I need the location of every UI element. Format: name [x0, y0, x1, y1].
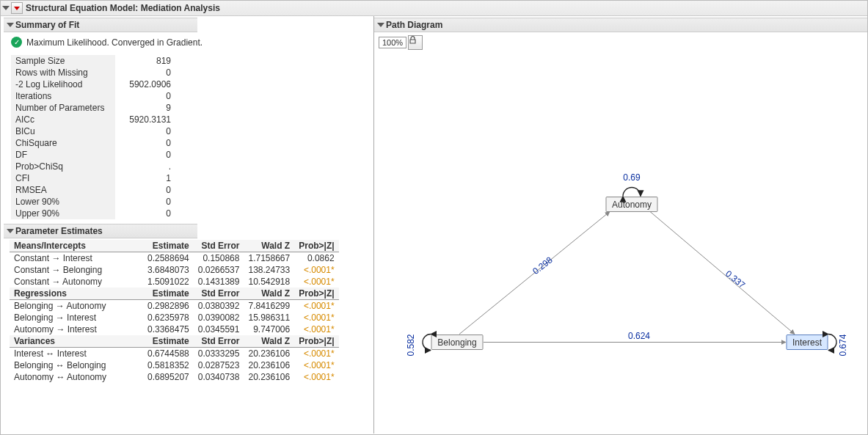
- disclosure-icon: [7, 229, 14, 233]
- param-p: <.0001*: [294, 348, 338, 360]
- svg-text:Autonomy: Autonomy: [612, 200, 652, 210]
- param-est: 1.5091022: [143, 276, 194, 288]
- fit-label: AICc: [11, 114, 115, 125]
- fit-label: Rows with Missing: [11, 67, 115, 78]
- param-se: 0.0390082: [194, 312, 244, 323]
- param-z: 9.747006: [244, 323, 294, 335]
- fit-label: Lower 90%: [11, 196, 115, 208]
- fit-value: 0: [115, 184, 175, 196]
- section-title: Summary of Fit: [15, 20, 79, 30]
- param-row: Interest ↔ Interest0.67445880.033329520.…: [10, 348, 339, 360]
- fit-value: 9: [115, 102, 175, 114]
- report-title-bar[interactable]: Structural Equation Model: Mediation Ana…: [1, 1, 867, 16]
- param-row: Constant → Autonomy1.50910220.143138910.…: [10, 276, 339, 288]
- param-se: 0.0333295: [194, 348, 244, 360]
- param-term: Belonging → Autonomy: [10, 300, 143, 312]
- fit-label: Upper 90%: [11, 208, 115, 219]
- lock-icon: [409, 36, 422, 49]
- param-row: Belonging ↔ Belonging0.58183520.02875232…: [10, 359, 339, 371]
- fit-label: ChiSquare: [11, 137, 115, 149]
- param-est: 3.6848073: [143, 264, 194, 276]
- node-autonomy[interactable]: Autonomy: [606, 197, 657, 212]
- fit-row: DF0: [11, 149, 175, 161]
- variance-loop-interest[interactable]: [828, 335, 836, 351]
- zoom-input[interactable]: 100%: [379, 37, 406, 48]
- param-p: 0.0862: [294, 252, 338, 265]
- fit-row: BICu0: [11, 125, 175, 137]
- fit-value: 0: [115, 137, 175, 149]
- param-z: 20.236106: [244, 359, 294, 371]
- param-se: 0.0287523: [194, 359, 244, 371]
- node-interest[interactable]: Interest: [787, 335, 828, 350]
- param-term: Autonomy ↔ Autonomy: [10, 371, 143, 383]
- edge-coef: 0.298: [530, 255, 555, 277]
- path-diagram-canvas[interactable]: 0.298 0.337 0.624 Autonomy 0.69 Belongin…: [379, 53, 863, 429]
- variance-coef: 0.674: [838, 334, 848, 356]
- fit-value: .: [115, 161, 175, 172]
- report-title: Structural Equation Model: Mediation Ana…: [26, 3, 220, 13]
- parameter-estimates-table: Means/InterceptsEstimateStd ErrorWald ZP…: [10, 240, 339, 383]
- param-row: Autonomy ↔ Autonomy0.68952070.034073820.…: [10, 371, 339, 383]
- edge-coef: 0.624: [628, 331, 650, 341]
- section-summary-of-fit[interactable]: Summary of Fit: [4, 18, 197, 32]
- param-est: 0.6744588: [143, 348, 194, 360]
- variance-loop-autonomy[interactable]: [623, 188, 641, 197]
- section-path-diagram[interactable]: Path Diagram: [374, 18, 867, 32]
- fit-row: ChiSquare0: [11, 137, 175, 149]
- fit-value: 819: [115, 55, 175, 67]
- param-p: <.0001*: [294, 312, 338, 323]
- fit-row: -2 Log Likelihood5902.0906: [11, 78, 175, 90]
- param-term: Constant → Interest: [10, 252, 143, 265]
- param-se: 0.0340738: [194, 371, 244, 383]
- fit-row: Number of Parameters9: [11, 102, 175, 114]
- param-p: <.0001*: [294, 323, 338, 335]
- fit-label: CFI: [11, 172, 115, 184]
- param-z: 7.8416299: [244, 300, 294, 312]
- param-se: 0.0380392: [194, 300, 244, 312]
- section-parameter-estimates[interactable]: Parameter Estimates: [4, 224, 197, 238]
- fit-value: 0: [115, 208, 175, 219]
- group-header: VariancesEstimateStd ErrorWald ZProb>|Z|: [10, 335, 339, 348]
- param-z: 10.542918: [244, 276, 294, 288]
- fit-label: Iterations: [11, 90, 115, 102]
- fit-row: Upper 90%0: [11, 208, 175, 219]
- param-p: <.0001*: [294, 264, 338, 276]
- param-est: 0.2588694: [143, 252, 194, 265]
- fit-row: Prob>ChiSq.: [11, 161, 175, 172]
- fit-row: Iterations0: [11, 90, 175, 102]
- edge-autonomy-interest[interactable]: [650, 212, 795, 335]
- fit-value: 0: [115, 196, 175, 208]
- param-se: 0.0266537: [194, 264, 244, 276]
- param-p: <.0001*: [294, 300, 338, 312]
- fit-label: Sample Size: [11, 55, 115, 67]
- fit-row: Sample Size819: [11, 55, 175, 67]
- param-z: 20.236106: [244, 348, 294, 360]
- disclosure-icon: [2, 6, 10, 10]
- svg-text:Interest: Interest: [792, 337, 823, 348]
- fit-value: 5902.0906: [115, 78, 175, 90]
- hotspot-button[interactable]: [11, 2, 23, 14]
- param-row: Belonging → Interest0.62359780.039008215…: [10, 312, 339, 323]
- param-row: Belonging → Autonomy0.29828960.03803927.…: [10, 300, 339, 312]
- param-est: 0.6235978: [143, 312, 194, 323]
- param-z: 15.986311: [244, 312, 294, 323]
- node-belonging[interactable]: Belonging: [431, 335, 483, 350]
- param-term: Constant → Belonging: [10, 264, 143, 276]
- fit-row: Rows with Missing0: [11, 67, 175, 78]
- param-se: 0.0345591: [194, 323, 244, 335]
- summary-of-fit-table: Sample Size819Rows with Missing0-2 Log L…: [11, 55, 175, 219]
- variance-coef: 0.69: [623, 172, 641, 183]
- group-header: RegressionsEstimateStd ErrorWald ZProb>|…: [10, 288, 339, 300]
- param-p: <.0001*: [294, 371, 338, 383]
- section-title: Path Diagram: [386, 20, 442, 30]
- param-term: Autonomy → Interest: [10, 323, 143, 335]
- param-est: 0.5818352: [143, 359, 194, 371]
- lock-button[interactable]: [408, 35, 423, 50]
- param-p: <.0001*: [294, 359, 338, 371]
- variance-loop-belonging[interactable]: [423, 335, 431, 351]
- fit-value: 0: [115, 149, 175, 161]
- fit-row: RMSEA0: [11, 184, 175, 196]
- fit-value: 0: [115, 90, 175, 102]
- fit-label: -2 Log Likelihood: [11, 78, 115, 90]
- param-term: Constant → Autonomy: [10, 276, 143, 288]
